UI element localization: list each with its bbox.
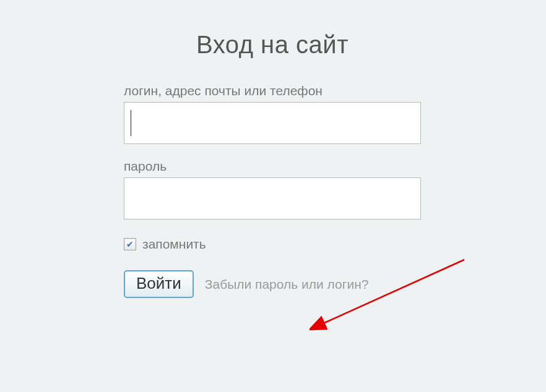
check-icon: ✔ [126,240,134,249]
login-label: логин, адрес почты или телефон [124,83,421,98]
password-input[interactable] [124,177,421,219]
page-title: Вход на сайт [124,31,421,59]
password-field-group: пароль [124,159,421,219]
remember-label: запомнить [142,237,206,252]
submit-row: Войти Забыли пароль или логин? [124,270,421,298]
remember-checkbox[interactable]: ✔ [124,238,136,250]
password-label: пароль [124,159,421,174]
login-button[interactable]: Войти [124,270,194,298]
text-cursor [131,110,131,136]
login-form: Вход на сайт логин, адрес почты или теле… [124,31,421,298]
login-input[interactable] [124,102,421,144]
remember-row: ✔ запомнить [124,237,421,252]
login-field-group: логин, адрес почты или телефон [124,83,421,144]
forgot-link[interactable]: Забыли пароль или логин? [205,277,369,292]
